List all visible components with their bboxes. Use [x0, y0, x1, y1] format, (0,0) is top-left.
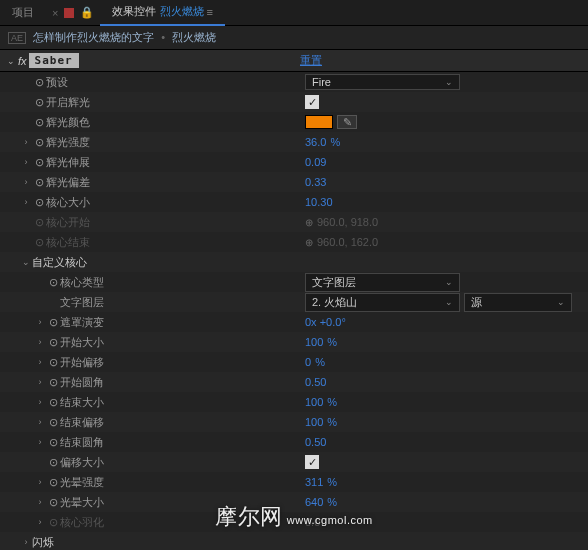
row-offset-size: ⊙ 偏移大小 ✓ [0, 452, 588, 472]
tab-menu-icon[interactable]: ≡ [207, 6, 213, 18]
stopwatch-icon[interactable]: ⊙ [32, 156, 46, 169]
row-glow-spread: › ⊙ 辉光伸展 0.09 [0, 152, 588, 172]
expand-arrow[interactable]: › [34, 377, 46, 387]
label-core-size: 核心大小 [46, 195, 90, 210]
text-layer-dropdown[interactable]: 2. 火焰山⌄ [305, 293, 460, 312]
label-glow-intensity: 辉光强度 [46, 135, 90, 150]
record-icon [64, 8, 74, 18]
stopwatch-icon[interactable]: ⊙ [46, 476, 60, 489]
val-core-end: 960.0, 162.0 [317, 236, 378, 248]
row-start-round: › ⊙ 开始圆角 0.50 [0, 372, 588, 392]
breadcrumb-layer[interactable]: 烈火燃烧 [172, 31, 216, 43]
row-halo-size: › ⊙ 光晕大小 640% [0, 492, 588, 512]
val-glow-intensity[interactable]: 36.0 [305, 136, 326, 148]
val-glow-spread[interactable]: 0.09 [305, 156, 326, 168]
expand-arrow[interactable]: › [20, 157, 32, 167]
label-glow-enable: 开启辉光 [46, 95, 90, 110]
val-glow-bias[interactable]: 0.33 [305, 176, 326, 188]
val-end-offset[interactable]: 100 [305, 416, 323, 428]
fx-badge[interactable]: fx [18, 55, 27, 67]
val-start-size[interactable]: 100 [305, 336, 323, 348]
label-start-offset: 开始偏移 [60, 355, 104, 370]
label-glow-bias: 辉光偏差 [46, 175, 90, 190]
stopwatch-icon[interactable]: ⊙ [32, 196, 46, 209]
breadcrumb-comp[interactable]: 怎样制作烈火燃烧的文字 [33, 31, 154, 43]
expand-arrow[interactable]: › [34, 477, 46, 487]
expand-arrow[interactable]: › [34, 437, 46, 447]
stopwatch-icon[interactable]: ⊙ [46, 416, 60, 429]
stopwatch-icon: ⊙ [32, 216, 46, 229]
stopwatch-icon[interactable]: ⊙ [46, 276, 60, 289]
row-flicker: › 闪烁 [0, 532, 588, 550]
stopwatch-icon[interactable]: ⊙ [46, 336, 60, 349]
val-end-size[interactable]: 100 [305, 396, 323, 408]
chevron-down-icon: ⌄ [445, 297, 453, 307]
stopwatch-icon[interactable]: ⊙ [46, 356, 60, 369]
stopwatch-icon[interactable]: ⊙ [46, 376, 60, 389]
val-halo-size[interactable]: 640 [305, 496, 323, 508]
stopwatch-icon[interactable]: ⊙ [32, 96, 46, 109]
core-type-value: 文字图层 [312, 275, 356, 290]
expand-arrow[interactable]: › [34, 357, 46, 367]
tab-effect-controls-label: 效果控件 [112, 4, 156, 19]
effect-name[interactable]: Saber [29, 53, 79, 68]
tab-active-layer: 烈火燃烧 [160, 4, 204, 19]
unit: % [327, 496, 337, 508]
expand-arrow[interactable]: ⌄ [20, 257, 32, 267]
expand-arrow[interactable]: › [34, 317, 46, 327]
text-layer-source-dropdown[interactable]: 源⌄ [464, 293, 572, 312]
expand-arrow[interactable]: › [20, 537, 32, 547]
label-start-size: 开始大小 [60, 335, 104, 350]
stopwatch-icon[interactable]: ⊙ [46, 316, 60, 329]
chevron-down-icon: ⌄ [445, 77, 453, 87]
val-core-size[interactable]: 10.30 [305, 196, 333, 208]
expand-arrow[interactable]: › [20, 137, 32, 147]
val-end-round[interactable]: 0.50 [305, 436, 326, 448]
eyedropper-icon[interactable]: ✎ [337, 115, 357, 129]
expand-arrow[interactable]: › [34, 337, 46, 347]
expand-arrow[interactable]: › [20, 197, 32, 207]
stopwatch-icon[interactable]: ⊙ [46, 396, 60, 409]
label-preset: 预设 [46, 75, 68, 90]
lock-icon[interactable]: 🔒 [80, 6, 94, 19]
stopwatch-icon[interactable]: ⊙ [32, 116, 46, 129]
val-start-round[interactable]: 0.50 [305, 376, 326, 388]
row-glow-color: ⊙ 辉光颜色 ✎ [0, 112, 588, 132]
tab-project[interactable]: 项目 [0, 0, 46, 26]
expand-arrow[interactable]: › [34, 517, 46, 527]
glow-color-swatch[interactable] [305, 115, 333, 129]
val-halo-intensity[interactable]: 311 [305, 476, 323, 488]
stopwatch-icon[interactable]: ⊙ [46, 456, 60, 469]
unit: % [315, 356, 325, 368]
row-core-end: ⊙ 核心结束 ⊕960.0, 162.0 [0, 232, 588, 252]
label-end-offset: 结束偏移 [60, 415, 104, 430]
chevron-down-icon: ⌄ [557, 297, 565, 307]
stopwatch-icon[interactable]: ⊙ [32, 76, 46, 89]
panel-tabs: 项目 × 🔒 效果控件 烈火燃烧 ≡ [0, 0, 588, 26]
stopwatch-icon[interactable]: ⊙ [32, 176, 46, 189]
expand-arrow[interactable]: › [34, 497, 46, 507]
tab-effect-controls[interactable]: 效果控件 烈火燃烧 ≡ [100, 0, 225, 26]
row-halo-intensity: › ⊙ 光晕强度 311% [0, 472, 588, 492]
val-mask-evo[interactable]: 0x +0.0° [305, 316, 346, 328]
stopwatch-icon[interactable]: ⊙ [46, 436, 60, 449]
label-halo-intensity: 光晕强度 [60, 475, 104, 490]
row-end-offset: › ⊙ 结束偏移 100% [0, 412, 588, 432]
row-glow-bias: › ⊙ 辉光偏差 0.33 [0, 172, 588, 192]
unit: % [327, 336, 337, 348]
breadcrumb-sep: • [161, 31, 165, 43]
reset-link[interactable]: 重置 [300, 53, 322, 68]
stopwatch-icon[interactable]: ⊙ [46, 496, 60, 509]
expand-arrow[interactable]: › [20, 177, 32, 187]
expand-arrow[interactable]: › [34, 397, 46, 407]
val-start-offset[interactable]: 0 [305, 356, 311, 368]
expand-arrow[interactable]: › [34, 417, 46, 427]
offset-size-checkbox[interactable]: ✓ [305, 455, 319, 469]
stopwatch-icon[interactable]: ⊙ [32, 136, 46, 149]
label-mask-evo: 遮罩演变 [60, 315, 104, 330]
label-end-size: 结束大小 [60, 395, 104, 410]
preset-dropdown[interactable]: Fire ⌄ [305, 74, 460, 90]
effect-twirl[interactable]: ⌄ [6, 56, 16, 66]
glow-enable-checkbox[interactable]: ✓ [305, 95, 319, 109]
core-type-dropdown[interactable]: 文字图层⌄ [305, 273, 460, 292]
